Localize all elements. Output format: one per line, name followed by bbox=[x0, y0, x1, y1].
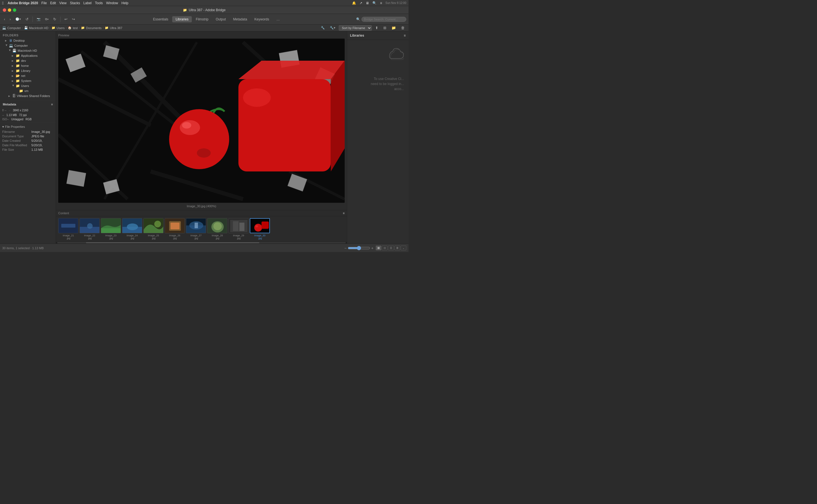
tab-metadata[interactable]: Metadata bbox=[230, 16, 251, 22]
tab-more[interactable]: … bbox=[273, 16, 283, 22]
svg-rect-50 bbox=[233, 221, 239, 231]
menubar-edit[interactable]: Edit bbox=[50, 1, 56, 5]
menubar-tools[interactable]: Tools bbox=[95, 1, 103, 5]
copy-button[interactable]: ⧉▾ bbox=[43, 17, 50, 22]
thumb-item-22[interactable]: Image_22.jpg bbox=[79, 218, 100, 240]
zoom-slider[interactable] bbox=[348, 246, 370, 250]
thumb-item-30[interactable]: Image_30.jpg bbox=[250, 218, 270, 240]
grid-view-button[interactable]: ⊞ bbox=[376, 246, 381, 250]
thumb-img-29 bbox=[229, 218, 249, 233]
sidebar-item-system[interactable]: ▶ 📁 System bbox=[0, 78, 56, 83]
system-icon: 📁 bbox=[16, 79, 20, 83]
rotate-left-button[interactable]: ↺ bbox=[24, 16, 30, 22]
breadcrumb-documents[interactable]: 📁 Documents bbox=[81, 26, 102, 30]
breadcrumb-users[interactable]: 📁 Users bbox=[51, 26, 65, 30]
minimize-button[interactable] bbox=[8, 8, 11, 12]
sidebar-item-home[interactable]: ▶ 📁 home bbox=[0, 63, 56, 68]
sidebar-label-desktop: Desktop bbox=[13, 39, 25, 42]
thumb-item-29[interactable]: Image_29.jpg bbox=[229, 218, 249, 240]
camera-button[interactable]: 📷 bbox=[35, 17, 42, 22]
thumb-item-28[interactable]: Image_28.jpg bbox=[207, 218, 227, 240]
back-button[interactable]: ‹ bbox=[2, 16, 7, 22]
menubar-view[interactable]: View bbox=[59, 1, 67, 5]
libraries-logo-area bbox=[347, 40, 408, 68]
libraries-menu-icon[interactable]: ≡ bbox=[404, 34, 406, 37]
search-menubar-icon[interactable]: 🔍 bbox=[372, 1, 377, 5]
sidebar-item-users[interactable]: ▶ 📁 Users bbox=[0, 83, 56, 88]
search-input[interactable] bbox=[362, 17, 406, 22]
thumb-item-24[interactable]: Image_24.jpg bbox=[122, 218, 142, 240]
menubar-file[interactable]: File bbox=[41, 1, 47, 5]
delete-button[interactable]: 🗑 bbox=[399, 25, 406, 31]
sidebar-item-macintoshhd[interactable]: ▶ 💾 Macintosh HD bbox=[0, 48, 56, 53]
file-properties-header[interactable]: ▶ File Properties bbox=[0, 124, 56, 129]
close-button[interactable] bbox=[3, 8, 6, 12]
breadcrumb-test[interactable]: 🏠 test bbox=[68, 26, 78, 30]
tab-essentials[interactable]: Essentials bbox=[149, 16, 171, 22]
sort-dropdown[interactable]: Sort by Filename bbox=[339, 25, 372, 31]
menubar-stacks[interactable]: Stacks bbox=[70, 1, 80, 5]
sidebar-item-computer[interactable]: ▶ 💻 Computer bbox=[0, 43, 56, 48]
menubar-label[interactable]: Label bbox=[83, 1, 91, 5]
arrow-icon: ▶ bbox=[12, 84, 15, 87]
view-toggle-button[interactable]: ⊞ bbox=[382, 25, 388, 31]
new-folder-button[interactable]: 📁 bbox=[390, 25, 398, 31]
metadata-menu-icon[interactable]: ≡ bbox=[51, 103, 53, 106]
sidebar-item-net[interactable]: ▶ 📂 net bbox=[0, 73, 56, 78]
date-created-value: 5/20/19, bbox=[31, 139, 43, 142]
sidebar-label-home: home bbox=[21, 64, 29, 67]
sidebar-item-vmware[interactable]: ▶ 🗄 VMware Shared Folders bbox=[0, 93, 56, 98]
thumb-item-23[interactable]: Image_23.jpg bbox=[101, 218, 121, 240]
breadcrumb-test-label: test bbox=[73, 26, 78, 30]
thumb-item-25[interactable]: Image_25.jpg bbox=[143, 218, 163, 240]
thumb-item-26[interactable]: Image_26.jpg bbox=[164, 218, 185, 240]
sidebar-item-vm[interactable]: 📁 vm bbox=[0, 88, 56, 93]
breadcrumb-sep-2: › bbox=[50, 26, 50, 29]
svg-rect-49 bbox=[230, 220, 248, 232]
filesize-val2: 1.13 MB bbox=[6, 114, 17, 117]
thumb-label-26: Image_26.jpg bbox=[169, 234, 180, 240]
tab-keywords[interactable]: Keywords bbox=[251, 16, 273, 22]
list-view-button[interactable]: ☰ bbox=[388, 246, 394, 250]
history-button[interactable]: 🕐▾ bbox=[14, 17, 23, 22]
menubar-help[interactable]: Help bbox=[121, 1, 128, 5]
tab-filmstrip[interactable]: Filmstrip bbox=[192, 16, 212, 22]
hdd-icon: 💾 bbox=[24, 26, 28, 30]
thumb-item-21[interactable]: Image_21.jpg bbox=[58, 218, 78, 240]
apple-menu[interactable]:  bbox=[2, 1, 4, 5]
redo-button[interactable]: ↪ bbox=[70, 16, 77, 22]
shutter-label: -- bbox=[2, 114, 4, 117]
sidebar-item-desktop[interactable]: ▶ 🖥 Desktop bbox=[0, 38, 56, 43]
sidebar-item-applications[interactable]: ▶ 📁 Applications bbox=[0, 53, 56, 58]
sidebar-item-library[interactable]: ▶ 📁 Library bbox=[0, 68, 56, 73]
more-view-button[interactable]: ⌄ bbox=[401, 246, 406, 250]
breadcrumb-macintoshhd[interactable]: 💾 Macintosh HD bbox=[24, 26, 48, 30]
thumb-img-25 bbox=[143, 218, 163, 233]
filter-button[interactable]: 🔧 bbox=[319, 25, 327, 30]
thumb-item-27[interactable]: Image_27.jpg bbox=[186, 218, 206, 240]
content-scrollbar[interactable] bbox=[56, 241, 347, 244]
breadcrumb-ultra387[interactable]: 📁 Ultra 387 bbox=[105, 26, 122, 30]
menubar:  Adobe Bridge 2020 File Edit View Stack… bbox=[0, 0, 408, 6]
forward-button[interactable]: › bbox=[8, 16, 12, 22]
sidebar-item-dev[interactable]: ▶ 📁 dev bbox=[0, 58, 56, 63]
thumb-img-28 bbox=[207, 218, 227, 233]
tab-libraries[interactable]: Libraries bbox=[172, 16, 192, 22]
zoom-out-button[interactable]: − bbox=[344, 246, 347, 250]
maximize-button[interactable] bbox=[13, 8, 16, 12]
breadcrumb-computer[interactable]: 💻 Computer bbox=[2, 26, 21, 30]
content-label: Content bbox=[58, 211, 69, 215]
content-menu-icon[interactable]: ≡ bbox=[343, 211, 345, 215]
menubar-window[interactable]: Window bbox=[106, 1, 118, 5]
undo-button[interactable]: ↩ bbox=[63, 16, 69, 22]
sort-asc-button[interactable]: ⬆ bbox=[374, 25, 380, 31]
svg-point-47 bbox=[214, 222, 222, 230]
tab-output[interactable]: Output bbox=[212, 16, 229, 22]
filter2-button[interactable]: 🔧▾ bbox=[328, 25, 337, 30]
detail-view-button[interactable]: ≣ bbox=[395, 246, 400, 250]
zoom-in-button[interactable]: + bbox=[371, 246, 374, 250]
grid-view2-button[interactable]: ⊟ bbox=[382, 246, 388, 250]
users-icon: 📁 bbox=[16, 84, 20, 88]
menubar-app-name[interactable]: Adobe Bridge 2020 bbox=[8, 1, 38, 5]
refresh-button[interactable]: ↻ bbox=[51, 16, 58, 22]
